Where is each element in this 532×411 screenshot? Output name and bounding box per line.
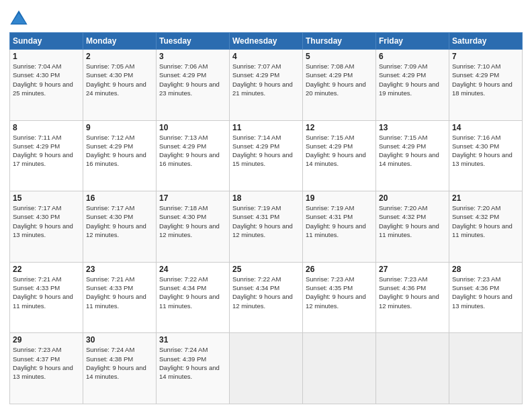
daylight-label: Daylight: 9 hours and 11 minutes. <box>86 293 146 309</box>
day-number: 3 <box>159 52 226 61</box>
svg-marker-1 <box>12 13 26 24</box>
sunset-label: Sunset: 4:33 PM <box>86 284 133 291</box>
calendar-cell: 30 Sunrise: 7:24 AM Sunset: 4:38 PM Dayl… <box>83 333 157 404</box>
sunrise-label: Sunrise: 7:11 AM <box>13 134 61 141</box>
calendar-cell: 21 Sunrise: 7:20 AM Sunset: 4:32 PM Dayl… <box>449 191 523 263</box>
sunrise-label: Sunrise: 7:08 AM <box>306 62 354 70</box>
day-number: 9 <box>86 123 153 132</box>
daylight-label: Daylight: 9 hours and 12 minutes. <box>232 222 293 238</box>
sunset-label: Sunset: 4:30 PM <box>86 213 133 220</box>
day-info: Sunrise: 7:19 AM Sunset: 4:31 PM Dayligh… <box>306 203 373 239</box>
sunrise-label: Sunrise: 7:23 AM <box>379 275 427 283</box>
daylight-label: Daylight: 9 hours and 25 minutes. <box>13 81 73 97</box>
day-info: Sunrise: 7:05 AM Sunset: 4:30 PM Dayligh… <box>86 62 153 97</box>
calendar-cell <box>449 333 523 404</box>
column-header-tuesday: Tuesday <box>157 33 230 50</box>
sunrise-label: Sunrise: 7:16 AM <box>452 134 500 141</box>
day-number: 21 <box>452 193 519 203</box>
calendar-cell: 23 Sunrise: 7:21 AM Sunset: 4:33 PM Dayl… <box>83 262 157 333</box>
day-info: Sunrise: 7:18 AM Sunset: 4:30 PM Dayligh… <box>159 203 226 239</box>
calendar-cell <box>303 333 376 404</box>
day-info: Sunrise: 7:09 AM Sunset: 4:29 PM Dayligh… <box>379 62 446 97</box>
sunset-label: Sunset: 4:39 PM <box>159 355 206 363</box>
calendar-cell <box>230 333 303 404</box>
day-info: Sunrise: 7:23 AM Sunset: 4:36 PM Dayligh… <box>452 275 519 310</box>
daylight-label: Daylight: 9 hours and 13 minutes. <box>13 364 73 380</box>
sunset-label: Sunset: 4:29 PM <box>379 142 426 150</box>
day-info: Sunrise: 7:08 AM Sunset: 4:29 PM Dayligh… <box>306 62 373 97</box>
day-info: Sunrise: 7:11 AM Sunset: 4:29 PM Dayligh… <box>13 133 80 169</box>
daylight-label: Daylight: 9 hours and 14 minutes. <box>86 364 146 380</box>
sunset-label: Sunset: 4:34 PM <box>159 284 206 291</box>
sunrise-label: Sunrise: 7:20 AM <box>452 204 500 212</box>
logo <box>9 9 30 28</box>
day-number: 27 <box>379 265 446 274</box>
calendar-cell: 4 Sunrise: 7:07 AM Sunset: 4:29 PM Dayli… <box>230 50 303 121</box>
sunset-label: Sunset: 4:36 PM <box>452 284 499 291</box>
column-header-wednesday: Wednesday <box>230 33 303 50</box>
day-info: Sunrise: 7:19 AM Sunset: 4:31 PM Dayligh… <box>232 203 300 239</box>
calendar-header-row: SundayMondayTuesdayWednesdayThursdayFrid… <box>10 33 523 50</box>
sunrise-label: Sunrise: 7:23 AM <box>13 346 61 353</box>
logo-icon <box>9 9 28 28</box>
day-info: Sunrise: 7:16 AM Sunset: 4:30 PM Dayligh… <box>452 133 519 169</box>
daylight-label: Daylight: 9 hours and 20 minutes. <box>306 81 366 97</box>
calendar-week-row: 15 Sunrise: 7:17 AM Sunset: 4:30 PM Dayl… <box>10 191 523 263</box>
day-number: 17 <box>159 193 226 203</box>
sunrise-label: Sunrise: 7:12 AM <box>86 134 134 141</box>
daylight-label: Daylight: 9 hours and 17 minutes. <box>13 151 73 167</box>
calendar-cell: 5 Sunrise: 7:08 AM Sunset: 4:29 PM Dayli… <box>303 50 376 121</box>
sunrise-label: Sunrise: 7:06 AM <box>159 62 208 70</box>
calendar-week-row: 1 Sunrise: 7:04 AM Sunset: 4:30 PM Dayli… <box>10 50 523 121</box>
sunset-label: Sunset: 4:37 PM <box>13 355 60 363</box>
sunset-label: Sunset: 4:29 PM <box>306 142 353 150</box>
day-info: Sunrise: 7:15 AM Sunset: 4:29 PM Dayligh… <box>306 133 373 169</box>
calendar-cell: 24 Sunrise: 7:22 AM Sunset: 4:34 PM Dayl… <box>157 262 230 333</box>
day-number: 11 <box>232 123 300 132</box>
calendar-cell: 2 Sunrise: 7:05 AM Sunset: 4:30 PM Dayli… <box>83 50 157 121</box>
sunrise-label: Sunrise: 7:09 AM <box>379 62 427 70</box>
sunset-label: Sunset: 4:33 PM <box>13 284 60 291</box>
day-info: Sunrise: 7:20 AM Sunset: 4:32 PM Dayligh… <box>452 203 519 239</box>
day-number: 31 <box>159 335 226 345</box>
daylight-label: Daylight: 9 hours and 12 minutes. <box>86 222 146 238</box>
calendar-cell: 10 Sunrise: 7:13 AM Sunset: 4:29 PM Dayl… <box>157 120 230 191</box>
daylight-label: Daylight: 9 hours and 11 minutes. <box>13 293 73 309</box>
sunset-label: Sunset: 4:31 PM <box>232 213 279 220</box>
daylight-label: Daylight: 9 hours and 12 minutes. <box>159 222 220 238</box>
calendar-cell: 27 Sunrise: 7:23 AM Sunset: 4:36 PM Dayl… <box>376 262 449 333</box>
calendar-cell: 14 Sunrise: 7:16 AM Sunset: 4:30 PM Dayl… <box>449 120 523 191</box>
column-header-friday: Friday <box>376 33 449 50</box>
daylight-label: Daylight: 9 hours and 11 minutes. <box>159 293 220 309</box>
daylight-label: Daylight: 9 hours and 15 minutes. <box>232 151 293 167</box>
sunrise-label: Sunrise: 7:14 AM <box>232 134 281 141</box>
day-number: 14 <box>452 123 519 132</box>
calendar-cell: 7 Sunrise: 7:10 AM Sunset: 4:29 PM Dayli… <box>449 50 523 121</box>
day-number: 20 <box>379 193 446 203</box>
sunrise-label: Sunrise: 7:19 AM <box>232 204 281 212</box>
day-info: Sunrise: 7:23 AM Sunset: 4:37 PM Dayligh… <box>13 345 80 381</box>
sunrise-label: Sunrise: 7:22 AM <box>232 275 281 283</box>
day-info: Sunrise: 7:17 AM Sunset: 4:30 PM Dayligh… <box>13 203 80 239</box>
sunset-label: Sunset: 4:30 PM <box>159 213 206 220</box>
calendar-cell: 20 Sunrise: 7:20 AM Sunset: 4:32 PM Dayl… <box>376 191 449 263</box>
calendar-cell: 26 Sunrise: 7:23 AM Sunset: 4:35 PM Dayl… <box>303 262 376 333</box>
day-info: Sunrise: 7:22 AM Sunset: 4:34 PM Dayligh… <box>159 275 226 310</box>
sunset-label: Sunset: 4:29 PM <box>232 142 279 150</box>
calendar-week-row: 8 Sunrise: 7:11 AM Sunset: 4:29 PM Dayli… <box>10 120 523 191</box>
day-number: 16 <box>86 193 153 203</box>
sunrise-label: Sunrise: 7:24 AM <box>86 346 134 353</box>
sunrise-label: Sunrise: 7:10 AM <box>452 62 500 70</box>
day-number: 1 <box>13 52 80 61</box>
sunset-label: Sunset: 4:36 PM <box>379 284 426 291</box>
day-number: 29 <box>13 335 80 345</box>
column-header-thursday: Thursday <box>303 33 376 50</box>
column-header-saturday: Saturday <box>449 33 523 50</box>
sunrise-label: Sunrise: 7:15 AM <box>379 134 427 141</box>
sunset-label: Sunset: 4:29 PM <box>86 142 133 150</box>
daylight-label: Daylight: 9 hours and 18 minutes. <box>452 81 513 97</box>
calendar-cell: 22 Sunrise: 7:21 AM Sunset: 4:33 PM Dayl… <box>10 262 83 333</box>
sunset-label: Sunset: 4:32 PM <box>379 213 426 220</box>
daylight-label: Daylight: 9 hours and 14 minutes. <box>306 151 366 167</box>
calendar-cell: 25 Sunrise: 7:22 AM Sunset: 4:34 PM Dayl… <box>230 262 303 333</box>
